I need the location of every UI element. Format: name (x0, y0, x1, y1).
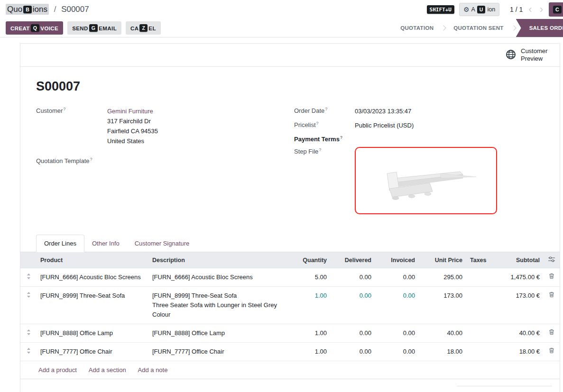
control-bar: CREATQVOICE SENDGEMAIL CAZEL QUOTATION Q… (0, 19, 563, 37)
cell-description[interactable]: [FURN_8999] Three-Seat Sofa Three Seater… (148, 287, 289, 324)
field-column-left: Customer? Gemini Furniture 317 Fairchild… (36, 106, 294, 219)
stage-quotation-sent[interactable]: QUOTATION SENT (446, 19, 511, 37)
table-row: [FURN_8888] Office Lamp [FURN_8888] Offi… (20, 324, 560, 343)
tab-other-info[interactable]: Other Info (84, 235, 127, 252)
column-header-unit-price[interactable]: Unit Price (419, 252, 466, 268)
add-a-section-link[interactable]: Add a section (89, 366, 126, 374)
cell-unit-price[interactable]: 173.00 (419, 287, 466, 324)
column-header-quantity[interactable]: Quantity (289, 252, 331, 268)
column-header-taxes[interactable]: Taxes (466, 252, 494, 268)
step-file-image[interactable] (355, 147, 497, 214)
cell-taxes[interactable] (466, 343, 494, 361)
sheet-footer: Terms and conditions... Total: 1,706.00 … (20, 379, 560, 392)
add-a-product-link[interactable]: Add a product (38, 366, 77, 374)
field-order-date: Order Date? 03/03/2023 13:35:47 (294, 106, 552, 116)
sheet-body: S00007 Customer? Gemini Furniture 317 Fa… (20, 67, 560, 219)
delete-row-button[interactable] (544, 324, 560, 343)
column-header-description[interactable]: Description (148, 252, 289, 268)
shortcut-badge-c: C (553, 6, 562, 13)
cell-quantity[interactable]: 1.00 (289, 324, 331, 343)
add-a-note-link[interactable]: Add a note (138, 366, 168, 374)
delete-row-button[interactable] (544, 287, 560, 324)
help-icon: ? (340, 135, 343, 140)
stage-quotation[interactable]: QUOTATION (393, 19, 441, 37)
cell-invoiced[interactable]: 0.00 (375, 343, 419, 361)
customer-address: 317 Fairchild Dr Fairfield CA 94535 Unit… (107, 116, 158, 146)
field-column-right: Order Date? 03/03/2023 13:35:47 Pricelis… (294, 106, 552, 219)
help-icon: ? (316, 121, 319, 126)
pager-previous-button[interactable]: ‹ (526, 4, 534, 15)
tab-customer-signature[interactable]: Customer Signature (127, 235, 197, 252)
order-date-value[interactable]: 03/03/2023 13:35:47 (355, 106, 411, 116)
notebook-tabs: Order Lines Other Info Customer Signatur… (20, 235, 560, 252)
cell-delivered[interactable]: 0.00 (331, 268, 375, 287)
customer-preview-button[interactable]: Customer Preview (506, 47, 551, 63)
cell-delivered[interactable]: 0.00 (331, 287, 375, 324)
cell-product[interactable]: [FURN_8888] Office Lamp (37, 324, 148, 343)
pricelist-value[interactable]: Public Pricelist (USD) (355, 120, 414, 130)
field-step-file: Step File? (294, 147, 552, 214)
column-header-invoiced[interactable]: Invoiced (375, 252, 419, 268)
cell-quantity[interactable]: 1.00 (289, 343, 331, 361)
cell-taxes[interactable] (466, 268, 494, 287)
trash-icon (549, 292, 554, 298)
help-icon: ? (90, 157, 92, 162)
shortcut-badge-z: Z (139, 24, 148, 32)
order-date-label: Order Date? (294, 106, 355, 114)
breadcrumb-parent-text-pre: Quo (7, 5, 22, 14)
field-pricelist: Pricelist? Public Pricelist (USD) (294, 120, 552, 130)
cell-product[interactable]: [FURN_6666] Acoustic Bloc Screens (37, 268, 148, 287)
cell-product[interactable]: [FURN_7777] Office Chair (37, 343, 148, 361)
cell-invoiced[interactable]: 0.00 (375, 324, 419, 343)
cell-unit-price[interactable]: 295.00 (419, 268, 466, 287)
terms-and-conditions-input[interactable]: Terms and conditions... (38, 386, 102, 392)
cancel-button[interactable]: CAZEL (126, 21, 161, 35)
page-title: S00007 (36, 79, 552, 94)
send-email-button[interactable]: SENDGEMAIL (67, 21, 121, 35)
column-header-subtotal[interactable]: Subtotal (494, 252, 544, 268)
cell-description[interactable]: [FURN_7777] Office Chair (148, 343, 289, 361)
optional-columns-button[interactable] (544, 252, 560, 268)
drag-handle-icon[interactable] (20, 343, 37, 361)
cell-subtotal: 1,475.00 € (494, 268, 544, 287)
breadcrumb-quotations-link[interactable]: QuoBions (6, 4, 49, 15)
drag-handle-icon[interactable] (20, 268, 37, 287)
cell-quantity[interactable]: 1.00 (289, 287, 331, 324)
cell-invoiced[interactable]: 0.00 (375, 287, 419, 324)
payment-terms-label: Payment Terms? (294, 135, 355, 143)
cell-taxes[interactable] (466, 324, 494, 343)
delete-row-button[interactable] (544, 343, 560, 361)
cell-taxes[interactable] (466, 287, 494, 324)
cell-invoiced[interactable]: 0.00 (375, 268, 419, 287)
breadcrumb-separator: / (54, 5, 56, 14)
top-bar: QuoBions / S00007 SHIFT+U ⚙ A U ion 1 / … (0, 0, 563, 19)
cell-product[interactable]: [FURN_8999] Three-Seat Sofa (37, 287, 148, 324)
create-invoice-button[interactable]: CREATQVOICE (6, 21, 63, 35)
cell-unit-price[interactable]: 40.00 (419, 324, 466, 343)
drag-handle-icon[interactable] (20, 324, 37, 343)
cell-quantity[interactable]: 5.00 (289, 268, 331, 287)
handle-column-header (20, 252, 37, 268)
tab-order-lines[interactable]: Order Lines (36, 235, 84, 252)
action-menu-button[interactable]: ⚙ A U ion (459, 3, 499, 16)
cell-delivered[interactable]: 0.00 (331, 343, 375, 361)
quotation-template-label: Quotation Template? (36, 156, 107, 164)
create-button[interactable]: C (549, 2, 563, 17)
cell-description[interactable]: [FURN_8888] Office Lamp (148, 324, 289, 343)
cell-unit-price[interactable]: 18.00 (419, 343, 466, 361)
customer-link[interactable]: Gemini Furniture (107, 108, 153, 115)
stage-sales-order[interactable]: SALES ORDER (516, 19, 563, 37)
delete-row-button[interactable] (544, 268, 560, 287)
cell-delivered[interactable]: 0.00 (331, 324, 375, 343)
status-bar: QUOTATION QUOTATION SENT SALES ORDER (393, 19, 563, 37)
cell-description[interactable]: [FURN_6666] Acoustic Bloc Screens (148, 268, 289, 287)
cancel-label-pre: CA (130, 26, 138, 31)
drag-handle-icon[interactable] (20, 287, 37, 324)
column-header-delivered[interactable]: Delivered (331, 252, 375, 268)
pager-next-button[interactable]: › (538, 4, 545, 15)
globe-icon (506, 49, 516, 61)
column-header-product[interactable]: Product (37, 252, 148, 268)
breadcrumb: QuoBions / S00007 (6, 5, 89, 14)
gear-icon: ⚙ (463, 6, 470, 13)
sliders-icon (548, 256, 555, 262)
